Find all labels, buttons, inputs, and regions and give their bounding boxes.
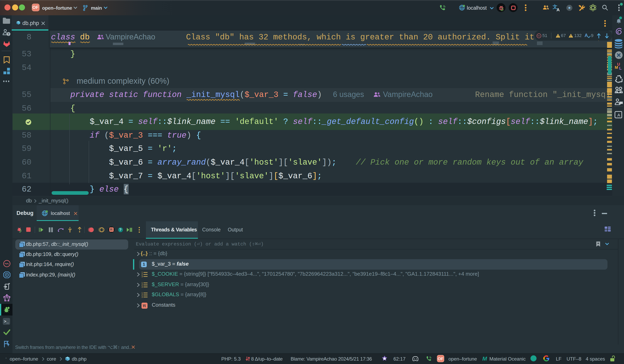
svg-text:?: ? <box>7 33 9 36</box>
svg-text:3: 3 <box>141 286 142 288</box>
svg-text:A: A <box>617 113 620 117</box>
svg-text:L: L <box>619 66 622 70</box>
svg-text:3: 3 <box>141 296 142 298</box>
svg-text:3: 3 <box>141 275 142 277</box>
svg-text:M: M <box>615 65 618 70</box>
svg-text:A: A <box>556 7 560 12</box>
